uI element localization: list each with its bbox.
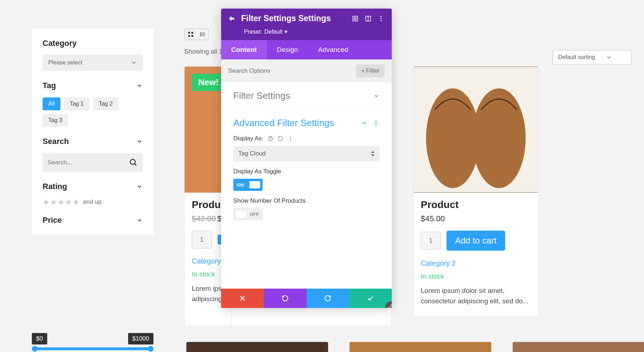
expand-icon[interactable] xyxy=(352,15,359,22)
product-price: $45.00 xyxy=(421,214,531,223)
sort-select[interactable]: Default sorting xyxy=(553,50,631,64)
more-icon[interactable] xyxy=(377,15,385,22)
toggle-knob xyxy=(236,211,247,218)
redo-button[interactable] xyxy=(307,289,349,308)
panel-body: Search Options + Filter Filter Settings … xyxy=(221,59,392,289)
stock-status: In stock xyxy=(421,273,531,280)
svg-rect-21 xyxy=(355,18,356,19)
display-toggle-label: Display As Toggle xyxy=(233,168,281,175)
svg-rect-8 xyxy=(191,32,193,34)
list-view-button[interactable] xyxy=(196,29,208,40)
price-block: Price xyxy=(43,216,143,225)
sort-arrows-icon xyxy=(371,151,375,156)
rating-row[interactable]: and up xyxy=(43,198,143,206)
tag-list: All Tag 1 Tag 2 Tag 3 xyxy=(43,97,143,127)
svg-point-34 xyxy=(290,140,291,141)
display-toggle[interactable]: ON xyxy=(233,179,263,191)
tab-design[interactable]: Design xyxy=(267,40,308,59)
svg-rect-7 xyxy=(188,32,190,34)
search-options-label: Search Options xyxy=(228,67,356,74)
search-input[interactable] xyxy=(48,153,129,172)
svg-point-31 xyxy=(270,140,271,140)
tag-3[interactable]: Tag 3 xyxy=(43,114,68,127)
svg-rect-9 xyxy=(188,35,190,37)
toggle-on-label: ON xyxy=(233,182,244,188)
columns-icon[interactable] xyxy=(365,15,372,22)
price-slider[interactable] xyxy=(32,347,153,350)
tag-all[interactable]: All xyxy=(43,97,60,110)
advanced-filter-section: Advanced Filter Settings Display As: Tag… xyxy=(221,110,392,308)
product-card xyxy=(512,342,644,352)
view-toggle xyxy=(184,29,209,40)
svg-point-27 xyxy=(375,120,376,121)
svg-marker-35 xyxy=(371,151,375,153)
search-input-row xyxy=(43,153,143,172)
svg-rect-20 xyxy=(353,16,357,21)
price-header[interactable]: Price xyxy=(43,216,143,225)
panel-title: Filter Settings Settings xyxy=(241,14,346,23)
svg-rect-10 xyxy=(191,35,193,37)
more-icon[interactable] xyxy=(288,136,293,141)
slider-knob-max[interactable] xyxy=(148,346,153,352)
search-options-row: Search Options + Filter xyxy=(221,59,392,82)
panel-header: Filter Settings Settings Preset: Default… xyxy=(221,9,392,59)
svg-point-15 xyxy=(200,35,201,36)
undo-button[interactable] xyxy=(264,289,306,308)
add-filter-button[interactable]: + Filter xyxy=(356,64,385,77)
tag-title: Tag xyxy=(43,81,56,90)
toggle-knob xyxy=(249,181,260,188)
cancel-button[interactable] xyxy=(221,289,264,308)
product-card xyxy=(186,342,328,352)
price-slider-area: $0 $1000 xyxy=(32,333,153,350)
category-link[interactable]: Category 2 xyxy=(421,259,531,267)
svg-marker-3 xyxy=(51,199,57,204)
chevron-up-icon xyxy=(361,120,367,126)
more-icon[interactable] xyxy=(372,120,380,127)
help-icon[interactable] xyxy=(268,136,273,141)
display-as-select[interactable]: Tag Cloud xyxy=(233,146,380,161)
svg-marker-6 xyxy=(73,199,79,204)
add-to-cart-button[interactable]: Add to cart xyxy=(447,231,505,251)
svg-point-11 xyxy=(200,33,201,33)
reset-icon[interactable] xyxy=(278,136,283,141)
back-icon[interactable] xyxy=(228,15,235,22)
chevron-down-icon xyxy=(131,59,137,66)
display-toggle-field: Display As Toggle ON xyxy=(233,168,380,191)
chevron-down-icon xyxy=(136,217,143,223)
preset-value: Default xyxy=(264,29,283,35)
quantity-input[interactable]: 1 xyxy=(192,231,212,249)
svg-point-25 xyxy=(380,18,381,19)
tag-2[interactable]: Tag 2 xyxy=(93,97,118,110)
star-icon xyxy=(58,199,64,206)
tab-advanced[interactable]: Advanced xyxy=(308,40,358,59)
filter-settings-toggle[interactable]: Filter Settings xyxy=(233,90,380,101)
filter-sidebar: Category Please select Tag All Tag 1 Tag… xyxy=(32,29,153,235)
category-select[interactable]: Please select xyxy=(43,54,143,71)
settings-panel: Filter Settings Settings Preset: Default… xyxy=(221,9,392,308)
show-number-field: Show Number Of Products OFF xyxy=(233,197,380,220)
slider-knob-min[interactable] xyxy=(32,346,38,352)
display-as-label: Display As: xyxy=(233,135,263,142)
tag-1[interactable]: Tag 1 xyxy=(64,97,89,110)
chevron-down-icon xyxy=(136,183,143,190)
svg-marker-2 xyxy=(43,199,49,204)
advanced-filter-toggle[interactable]: Advanced Filter Settings xyxy=(233,117,380,129)
display-as-value: Tag Cloud xyxy=(238,150,266,157)
chevron-down-icon xyxy=(373,93,380,99)
tab-content[interactable]: Content xyxy=(221,40,267,59)
preset-label: Preset: xyxy=(244,29,262,35)
preset-row[interactable]: Preset: Default ▾ xyxy=(221,28,392,40)
svg-point-32 xyxy=(290,136,291,138)
quantity-input[interactable]: 1 xyxy=(421,232,441,250)
grid-view-button[interactable] xyxy=(185,29,196,40)
search-icon[interactable] xyxy=(129,158,138,167)
svg-point-13 xyxy=(200,34,201,35)
star-row xyxy=(43,199,79,206)
show-number-label: Show Number Of Products xyxy=(233,197,306,204)
rating-header[interactable]: Rating xyxy=(43,182,143,191)
svg-point-33 xyxy=(290,138,291,139)
tag-header[interactable]: Tag xyxy=(43,81,143,90)
svg-marker-5 xyxy=(66,199,72,204)
show-number-toggle[interactable]: OFF xyxy=(233,208,263,220)
search-header[interactable]: Search xyxy=(43,137,143,146)
